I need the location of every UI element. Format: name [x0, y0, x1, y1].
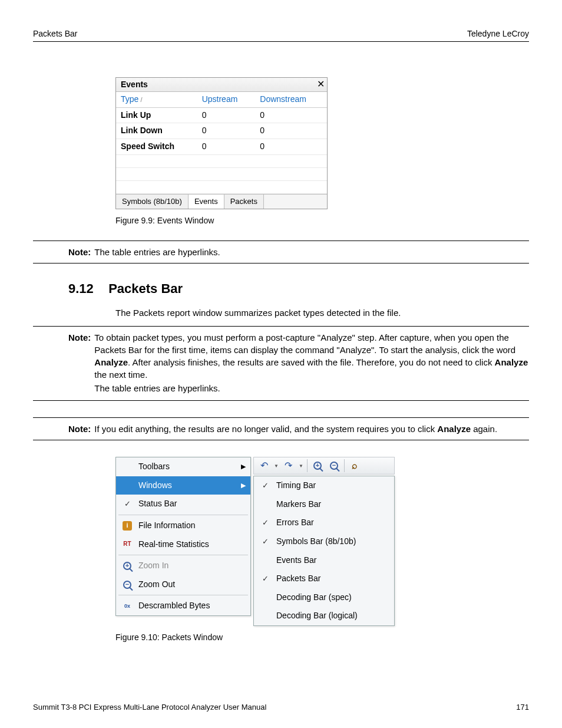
menu-item-timing-bar[interactable]: Timing Bar: [254, 476, 394, 495]
submenu-arrow-icon: ▶: [241, 481, 246, 490]
figure-9.9-caption: Figure 9.9: Events Window: [115, 215, 529, 227]
menu-item-errors-bar[interactable]: Errors Bar: [254, 513, 394, 532]
menu-separator: [118, 515, 248, 515]
info-icon: [121, 521, 134, 531]
zoom-in-icon: [313, 462, 322, 470]
note-analyze: Note: To obtain packet types, you must p…: [33, 326, 529, 401]
menu-item-file-information[interactable]: File Information: [116, 516, 250, 535]
figure-9.10: Toolbars ▶ Windows ▶ Status Bar File Inf…: [115, 457, 529, 643]
view-context-menu: Toolbars ▶ Windows ▶ Status Bar File Inf…: [115, 457, 251, 616]
toolbar-separator: [344, 459, 345, 472]
zoom-in-icon: [121, 561, 134, 571]
menu-item-toolbars[interactable]: Toolbars ▶: [116, 457, 250, 476]
menu-label: Descrambled Bytes: [138, 600, 246, 612]
note-body: If you edit anything, the results are no…: [94, 423, 497, 435]
table-row[interactable]: Speed Switch 0 0: [116, 139, 327, 154]
zoom-in-button[interactable]: [311, 459, 324, 472]
note-text: . After analysis finishes, the results a…: [128, 357, 495, 367]
undo-icon: [260, 459, 268, 472]
check-icon: [259, 574, 272, 584]
menu-item-packets-bar[interactable]: Packets Bar: [254, 569, 394, 588]
row-type: Link Up: [116, 107, 197, 123]
tab-events[interactable]: Events: [189, 195, 224, 209]
blank-icon: [259, 592, 272, 603]
menu-label: File Information: [138, 520, 246, 532]
section-title: Packets Bar: [108, 281, 183, 296]
table-row[interactable]: Link Down 0 0: [116, 123, 327, 139]
figure-9.9: Events ✕ Type Upstream Downstream Link U…: [115, 77, 529, 227]
menu-item-realtime-statistics[interactable]: RT Real-time Statistics: [116, 535, 250, 554]
submenu-arrow-icon: ▶: [241, 462, 246, 471]
page-number: 171: [516, 702, 529, 713]
menu-item-windows[interactable]: Windows ▶: [116, 476, 250, 495]
col-downstream[interactable]: Downstream: [255, 92, 327, 107]
check-icon: [259, 480, 272, 491]
redo-button[interactable]: [282, 459, 295, 472]
menu-label: Packets Bar: [276, 573, 389, 585]
blank-icon: [121, 480, 134, 491]
footer-left: Summit T3-8 PCI Express Multi-Lane Proto…: [33, 702, 266, 713]
menu-label: Toolbars: [138, 461, 236, 473]
note-text: the next time.: [94, 370, 147, 380]
bold-analyze: Analyze: [495, 357, 528, 367]
row-up: 0: [197, 123, 256, 139]
close-icon[interactable]: ✕: [317, 80, 325, 89]
menu-item-descrambled-bytes[interactable]: 0x Descrambled Bytes: [116, 597, 250, 615]
figure-9.10-caption: Figure 9.10: Packets Window: [115, 632, 529, 644]
menu-item-status-bar[interactable]: Status Bar: [116, 495, 250, 513]
note-text: The table entries are hyperlinks.: [94, 382, 529, 394]
toolbar-fragment: ▼ ▼: [253, 457, 395, 475]
menu-label: Events Bar: [276, 555, 389, 566]
col-upstream[interactable]: Upstream: [197, 92, 256, 107]
note-label: Note:: [68, 423, 91, 435]
row-down: 0: [255, 107, 327, 123]
note-label: Note:: [68, 331, 91, 396]
tab-packets[interactable]: Packets: [224, 195, 264, 209]
tab-symbols[interactable]: Symbols (8b/10b): [116, 195, 189, 209]
toolbar-separator: [307, 459, 308, 472]
zoom-out-icon: [330, 462, 338, 470]
page-header: Packets Bar Teledyne LeCroy: [33, 28, 529, 42]
menu-label: Real-time Statistics: [138, 539, 246, 551]
events-titlebar: Events ✕: [116, 78, 327, 93]
note-label: Note:: [68, 246, 91, 258]
find-button[interactable]: [348, 459, 361, 472]
bold-analyze: Analyze: [437, 424, 471, 434]
row-down: 0: [255, 139, 327, 154]
undo-button[interactable]: [257, 459, 270, 472]
note-text: If you edit anything, the results are no…: [94, 424, 437, 434]
menu-item-symbols-bar[interactable]: Symbols Bar (8b/10b): [254, 532, 394, 551]
blank-icon: [121, 462, 134, 472]
header-left: Packets Bar: [33, 28, 77, 40]
note-text: again.: [471, 424, 497, 434]
menu-label: Windows: [138, 480, 236, 492]
zoom-out-icon: [121, 579, 134, 590]
menu-item-zoom-out[interactable]: Zoom Out: [116, 575, 250, 594]
menu-separator: [118, 555, 248, 555]
zoom-out-button[interactable]: [328, 459, 340, 472]
events-table: Type Upstream Downstream Link Up 0 0 Lin…: [116, 92, 327, 193]
menu-item-zoom-in[interactable]: Zoom In: [116, 556, 250, 575]
col-type[interactable]: Type: [116, 92, 197, 107]
statistics-icon: RT: [121, 539, 134, 549]
menu-item-markers-bar[interactable]: Markers Bar: [254, 495, 394, 514]
menu-label: Zoom Out: [138, 579, 246, 591]
note-body: The table entries are hyperlinks.: [94, 246, 220, 258]
blank-icon: [259, 555, 272, 565]
section-heading: 9.12 Packets Bar: [33, 280, 529, 298]
menu-item-events-bar[interactable]: Events Bar: [254, 551, 394, 570]
dropdown-arrow-icon[interactable]: ▼: [299, 463, 303, 469]
binoculars-icon: [352, 459, 358, 472]
dropdown-arrow-icon[interactable]: ▼: [274, 463, 279, 469]
menu-label: Errors Bar: [276, 517, 389, 529]
header-right: Teledyne LeCroy: [467, 28, 529, 40]
note-body: To obtain packet types, you must perform…: [94, 331, 529, 396]
menu-label: Markers Bar: [276, 499, 389, 510]
table-row[interactable]: Link Up 0 0: [116, 107, 327, 123]
intro-text: The Packets report window summarizes pac…: [115, 307, 529, 319]
tab-bar: Symbols (8b/10b) Events Packets: [116, 194, 327, 209]
events-title: Events: [121, 79, 148, 91]
menu-item-decoding-bar-logical[interactable]: Decoding Bar (logical): [254, 607, 394, 625]
menu-item-decoding-bar-spec[interactable]: Decoding Bar (spec): [254, 588, 394, 607]
row-up: 0: [197, 139, 256, 154]
